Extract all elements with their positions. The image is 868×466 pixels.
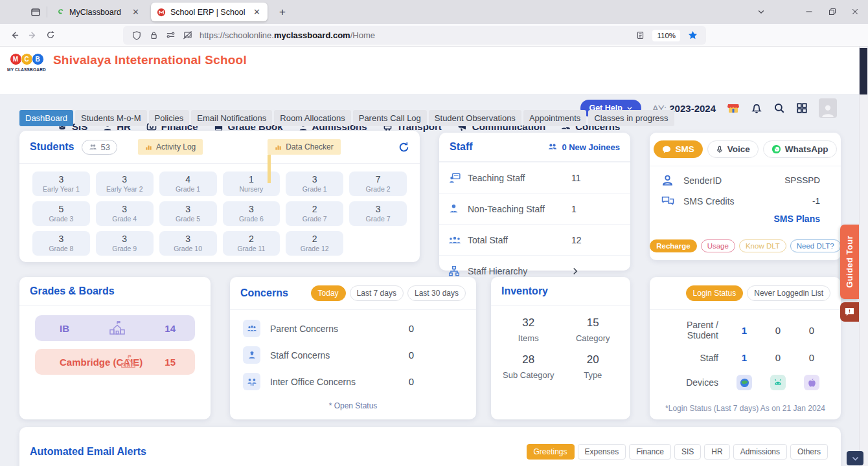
tab-appointments[interactable]: Appointments (523, 110, 587, 126)
search-icon[interactable] (773, 102, 785, 114)
non-teaching-staff-icon (448, 203, 468, 214)
never-loggedin-tab[interactable]: Never Loggedin List (747, 285, 830, 301)
tab-room-allocations[interactable]: Room Allocations (274, 110, 350, 126)
new-joinees-link[interactable]: 0 New Joinees (547, 142, 620, 152)
myclassboard-logo[interactable]: M C B MY CLASSBOARD (6, 53, 47, 72)
tab-parents-call-log[interactable]: Parents Call Log (353, 110, 427, 126)
bookmark-star-icon[interactable] (684, 30, 701, 40)
browser-tab-school-erp[interactable]: School ERP | School Manageme ✕ (151, 3, 268, 21)
grade-tile[interactable]: 2Grade 7 (286, 201, 343, 226)
grade-tile[interactable]: 3Grade 5 (159, 201, 217, 226)
scroll-down-button[interactable] (847, 451, 863, 465)
tab-voice[interactable]: Voice (707, 140, 759, 158)
guided-tour-tab[interactable]: Guided Tour (840, 225, 859, 299)
grade-tile[interactable]: 3Grade 4 (96, 201, 154, 226)
firefox-view-icon[interactable] (29, 5, 43, 19)
grade-tile[interactable]: 2Grade 11 (223, 231, 280, 256)
filter-others[interactable]: Others (790, 444, 828, 460)
sms-plans-link[interactable]: SMS Plans (650, 211, 841, 224)
staff-row-teaching[interactable]: Teaching Staff 11 (439, 162, 630, 193)
grade-tile[interactable]: 4Grade 1 (159, 172, 217, 196)
tab-students-mom[interactable]: Students M-o-M (75, 110, 146, 126)
tab-email-notifications[interactable]: Email Notifications (191, 110, 272, 126)
grade-tile[interactable]: 3Grade 10 (159, 231, 217, 256)
lock-icon[interactable] (145, 31, 162, 39)
grade-tile[interactable]: 3Grade 6 (223, 201, 280, 226)
tab-close-icon[interactable]: ✕ (252, 6, 262, 17)
tab-whatsapp[interactable]: WhatsApp (763, 140, 837, 158)
filter-hr[interactable]: HR (704, 444, 729, 460)
tab-close-icon[interactable]: ✕ (131, 6, 141, 17)
know-dlt-button[interactable]: Know DLT (739, 239, 786, 252)
forward-button[interactable] (23, 26, 41, 44)
concern-row-inter-office[interactable]: Inter Office Concerns 0 (230, 368, 476, 395)
tab-list-chevron-icon[interactable] (751, 4, 771, 19)
teaching-staff-icon (448, 172, 468, 184)
usage-button[interactable]: Usage (701, 239, 735, 252)
filter-last-30-days[interactable]: Last 30 days (407, 285, 466, 301)
staff-row-nonteaching[interactable]: Non-Teaching Staff 1 (439, 193, 630, 224)
grade-tile[interactable]: 5Grade 3 (32, 201, 90, 226)
url-input[interactable]: https://schoolonline.myclassboard.com/Ho… (123, 26, 706, 45)
restore-button[interactable] (823, 4, 842, 19)
concern-row-staff[interactable]: Staff Concerns 0 (230, 342, 476, 368)
android-icon[interactable] (770, 375, 786, 390)
students-title: Students (30, 141, 74, 153)
browser-tab-myclassboard[interactable]: MyClassboard ✕ (51, 3, 146, 21)
grade-tile[interactable]: 3Early Year 1 (32, 172, 90, 196)
permissions-icon[interactable] (162, 30, 179, 40)
concern-row-parent[interactable]: Parent Concerns 0 (230, 315, 476, 342)
shield-icon[interactable] (128, 31, 145, 40)
staff-row-total[interactable]: Total Staff 12 (439, 224, 630, 255)
total-staff-icon (448, 235, 468, 245)
apps-grid-icon[interactable] (796, 102, 808, 114)
feedback-button[interactable] (840, 302, 859, 322)
tab-sms[interactable]: SMS (654, 140, 702, 158)
blocked-notification-icon[interactable] (179, 30, 196, 40)
scrollbar-thumb[interactable] (860, 48, 867, 94)
board-row-cambridge[interactable]: Cambridge (CAIE) 15 (35, 349, 195, 375)
grade-tile[interactable]: 7Grade 2 (349, 172, 407, 196)
new-tab-button[interactable]: + (275, 5, 290, 20)
filter-last-7-days[interactable]: Last 7 days (350, 285, 404, 301)
filter-expenses[interactable]: Expenses (578, 444, 626, 460)
user-avatar[interactable] (819, 98, 837, 118)
refresh-icon[interactable] (398, 142, 409, 153)
grade-tile[interactable]: 3Grade 9 (96, 231, 154, 256)
grade-tile[interactable]: 1Nursery (223, 172, 280, 196)
web-globe-icon[interactable] (737, 375, 752, 390)
need-dlt-button[interactable]: Need DLT? (790, 239, 841, 252)
whatsapp-icon (771, 144, 781, 154)
notifications-bell-icon[interactable] (751, 102, 762, 114)
reader-mode-icon[interactable] (632, 31, 648, 39)
grade-tile[interactable]: 3Grade 1 (286, 172, 343, 196)
data-checker-badge[interactable]: Data Checker (268, 139, 340, 155)
login-status-tab[interactable]: Login Status (686, 285, 744, 301)
chevron-right-icon (571, 267, 579, 275)
filter-greetings[interactable]: Greetings (527, 444, 575, 460)
zoom-level-chip[interactable]: 110% (652, 30, 680, 41)
board-row-ib[interactable]: IB 14 (35, 315, 195, 341)
filter-sis[interactable]: SIS (674, 444, 701, 460)
back-button[interactable] (5, 26, 23, 44)
tab-classes-in-progress[interactable]: Classes in progress (588, 110, 674, 126)
grade-tile[interactable]: 3Grade 8 (32, 231, 90, 256)
grade-tile[interactable]: 2Grade 12 (286, 231, 343, 256)
grade-tile[interactable]: 3Early Year 2 (96, 172, 154, 196)
marketplace-icon[interactable] (727, 102, 740, 114)
grade-tile[interactable]: 3Grade 7 (349, 201, 407, 226)
tab-dashboard[interactable]: DashBoard (19, 110, 73, 126)
page-scrollbar[interactable] (859, 47, 868, 466)
students-count-pill[interactable]: 53 (82, 140, 117, 155)
filter-admissions[interactable]: Admissions (733, 444, 787, 460)
minimize-button[interactable] (799, 4, 819, 19)
recharge-button[interactable]: Recharge (650, 239, 696, 252)
activity-log-badge[interactable]: Activity Log (138, 139, 203, 155)
apple-icon[interactable] (804, 375, 819, 390)
close-window-button[interactable] (845, 4, 865, 19)
tab-student-observations[interactable]: Student Observations (429, 110, 521, 126)
reload-button[interactable] (41, 26, 60, 44)
filter-today[interactable]: Today (311, 285, 346, 301)
tab-policies[interactable]: Policies (149, 110, 190, 126)
filter-finance[interactable]: Finance (629, 444, 671, 460)
